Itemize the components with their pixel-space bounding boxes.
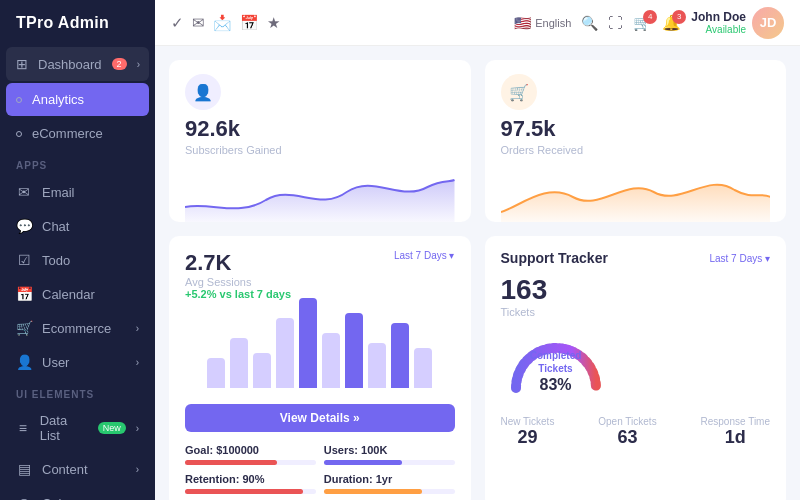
- topbar: ✓ ✉ 📩 📅 ★ 🇺🇸 English 🔍 ⛶ 🛒 4 🔔 3: [155, 0, 800, 46]
- user-menu[interactable]: John Doe Available JD: [691, 7, 784, 39]
- support-header: Support Tracker Last 7 Days ▾: [501, 250, 771, 266]
- user-status: Available: [691, 24, 746, 35]
- sidebar-item-label: Todo: [42, 253, 70, 268]
- retention-stat: Retention: 90%: [185, 473, 316, 494]
- main-area: ✓ ✉ 📩 📅 ★ 🇺🇸 English 🔍 ⛶ 🛒 4 🔔 3: [155, 0, 800, 500]
- orders-value: 97.5k: [501, 116, 771, 142]
- new-tickets-value: 29: [501, 427, 555, 448]
- subscribers-icon: 👤: [185, 74, 221, 110]
- content-area: 👤 92.6k Subscribers Gained 🛒: [155, 46, 800, 500]
- users-stat: Users: 100K: [324, 444, 455, 465]
- expand-icon[interactable]: ⛶: [608, 14, 623, 31]
- session-header: 2.7K Avg Sessions +5.2% vs last 7 days L…: [185, 250, 455, 300]
- duration-value: Duration: 1yr: [324, 473, 455, 485]
- email-icon: ✉: [16, 184, 32, 200]
- gauge-container: /* gauge drawn below */: [501, 318, 611, 408]
- check-icon[interactable]: ✓: [171, 14, 184, 32]
- sidebar-item-ecommerce2[interactable]: 🛒 Ecommerce ›: [0, 311, 155, 345]
- cart-badge: 4: [643, 10, 657, 24]
- duration-progress-bar: [324, 489, 422, 494]
- response-label: Response Time: [701, 416, 770, 427]
- sidebar-item-label: Colors: [42, 496, 80, 501]
- language-selector[interactable]: 🇺🇸 English: [514, 15, 571, 31]
- retention-value: Retention: 90%: [185, 473, 316, 485]
- ecommerce-icon: 🛒: [16, 320, 32, 336]
- notification-button[interactable]: 🔔 3: [662, 14, 681, 32]
- view-details-button[interactable]: View Details »: [185, 404, 455, 432]
- users-progress-bar: [324, 460, 402, 465]
- new-tickets-label: New Tickets: [501, 416, 555, 427]
- goal-stat: Goal: $100000: [185, 444, 316, 465]
- gauge-pct: 83%: [530, 375, 582, 396]
- session-card: 2.7K Avg Sessions +5.2% vs last 7 days L…: [169, 236, 471, 500]
- session-period-btn[interactable]: Last 7 Days ▾: [394, 250, 455, 261]
- sidebar-item-label: Chat: [42, 219, 69, 234]
- session-value: 2.7K: [185, 250, 291, 276]
- tickets-count: 163: [501, 274, 771, 306]
- users-progress-bg: [324, 460, 455, 465]
- calendar-icon: 📅: [16, 286, 32, 302]
- orders-label: Orders Received: [501, 144, 771, 156]
- star-icon[interactable]: ★: [267, 14, 280, 32]
- subscribers-chart: [185, 162, 455, 222]
- datalist-chevron: ›: [136, 423, 139, 434]
- session-growth: +5.2% vs last 7 days: [185, 288, 291, 300]
- sidebar-item-label: Data List: [40, 413, 84, 443]
- bar-7: [345, 313, 363, 388]
- goal-progress-bg: [185, 460, 316, 465]
- session-info: 2.7K Avg Sessions +5.2% vs last 7 days: [185, 250, 291, 300]
- inbox-icon[interactable]: 📩: [213, 14, 232, 32]
- bar-4: [276, 318, 294, 388]
- session-bar-chart: [185, 308, 455, 388]
- bar-10: [414, 348, 432, 388]
- support-period-btn[interactable]: Last 7 Days ▾: [709, 253, 770, 264]
- bar-8: [368, 343, 386, 388]
- sidebar-item-user[interactable]: 👤 User ›: [0, 345, 155, 379]
- orders-card: 🛒 97.5k Orders Received: [485, 60, 787, 222]
- sidebar-item-content[interactable]: ▤ Content ›: [0, 452, 155, 486]
- sidebar: TPro Admin ⊞ Dashboard 2 › Analytics eCo…: [0, 0, 155, 500]
- duration-stat: Duration: 1yr: [324, 473, 455, 494]
- sidebar-item-label: Analytics: [32, 92, 84, 107]
- topbar-quick-icons: ✓ ✉ 📩 📅 ★: [171, 14, 504, 32]
- calendar-topbar-icon[interactable]: 📅: [240, 14, 259, 32]
- sidebar-item-analytics[interactable]: Analytics: [6, 83, 149, 116]
- orders-chart: [501, 162, 771, 222]
- open-tickets-value: 63: [598, 427, 656, 448]
- goal-value: Goal: $100000: [185, 444, 316, 456]
- search-icon[interactable]: 🔍: [581, 15, 598, 31]
- duration-progress-bg: [324, 489, 455, 494]
- bar-6: [322, 333, 340, 388]
- sidebar-item-ecommerce[interactable]: eCommerce: [0, 117, 155, 150]
- sidebar-item-datalist[interactable]: ≡ Data List New ›: [0, 404, 155, 452]
- sidebar-item-email[interactable]: ✉ Email: [0, 175, 155, 209]
- subscribers-value: 92.6k: [185, 116, 455, 142]
- sidebar-item-chat[interactable]: 💬 Chat: [0, 209, 155, 243]
- datalist-icon: ≡: [16, 420, 30, 436]
- cart-button[interactable]: 🛒 4: [633, 14, 652, 32]
- dashboard-badge: 2: [112, 58, 127, 70]
- bar-9: [391, 323, 409, 388]
- support-body: /* gauge drawn below */: [501, 318, 771, 408]
- apps-section-label: APPS: [0, 150, 155, 175]
- ecommerce-dot: [16, 131, 22, 137]
- ecommerce-chevron: ›: [136, 323, 139, 334]
- response-value: 1d: [701, 427, 770, 448]
- chat-icon: 💬: [16, 218, 32, 234]
- sidebar-item-label: Email: [42, 185, 75, 200]
- todo-icon: ☑: [16, 252, 32, 268]
- sidebar-item-dashboard[interactable]: ⊞ Dashboard 2 ›: [6, 47, 149, 81]
- users-value: Users: 100K: [324, 444, 455, 456]
- sidebar-item-colors[interactable]: ◎ Colors: [0, 486, 155, 500]
- new-tickets-stat: New Tickets 29: [501, 416, 555, 448]
- topbar-right-actions: 🇺🇸 English 🔍 ⛶ 🛒 4 🔔 3 John Doe Availabl…: [514, 7, 784, 39]
- support-tracker-card: Support Tracker Last 7 Days ▾ 163 Ticket…: [485, 236, 787, 500]
- avatar: JD: [752, 7, 784, 39]
- content-chevron: ›: [136, 464, 139, 475]
- session-label: Avg Sessions: [185, 276, 291, 288]
- analytics-dot: [16, 97, 22, 103]
- mail-icon[interactable]: ✉: [192, 14, 205, 32]
- sidebar-item-calendar[interactable]: 📅 Calendar: [0, 277, 155, 311]
- sidebar-item-label: Ecommerce: [42, 321, 111, 336]
- sidebar-item-todo[interactable]: ☑ Todo: [0, 243, 155, 277]
